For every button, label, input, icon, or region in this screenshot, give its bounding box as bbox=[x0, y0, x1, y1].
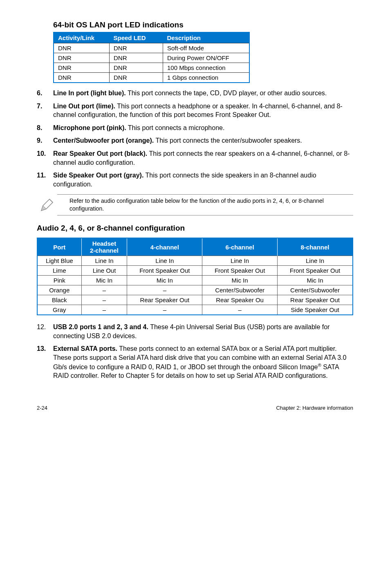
pencil-icon bbox=[37, 197, 57, 213]
table-cell: – bbox=[127, 305, 202, 315]
ports-list-b: 12.USB 2.0 ports 1 and 2, 3 and 4. These… bbox=[37, 323, 353, 380]
table-cell: DNR bbox=[54, 53, 110, 63]
audio-th-0: Port bbox=[37, 238, 81, 256]
led-th-2: Description bbox=[163, 32, 250, 43]
table-cell: 100 Mbps connection bbox=[163, 63, 250, 73]
list-item: 12.USB 2.0 ports 1 and 2, 3 and 4. These… bbox=[37, 323, 353, 340]
table-cell: Front Speaker Out bbox=[127, 266, 202, 276]
led-th-1: Speed LED bbox=[110, 32, 163, 43]
table-row: DNRDNR1 Gbps connection bbox=[54, 73, 249, 83]
table-cell: Pink bbox=[37, 276, 81, 285]
item-number: 8. bbox=[37, 123, 53, 132]
item-number: 9. bbox=[37, 136, 53, 145]
led-tbody: DNRDNRSoft-off ModeDNRDNRDuring Power ON… bbox=[54, 43, 249, 83]
audio-tbody: Light BlueLine InLine InLine InLine InLi… bbox=[37, 256, 353, 315]
footer-right: Chapter 2: Hardware information bbox=[276, 405, 353, 411]
table-cell: Rear Speaker Out bbox=[278, 295, 353, 305]
audio-th-3: 6-channel bbox=[202, 238, 278, 256]
table-cell: Mic In bbox=[127, 276, 202, 285]
table-cell: DNR bbox=[110, 43, 163, 53]
table-cell: Center/Subwoofer bbox=[278, 285, 353, 295]
list-item: 6.Line In port (light blue). This port c… bbox=[37, 89, 353, 98]
table-row: DNRDNR100 Mbps connection bbox=[54, 63, 249, 73]
audio-table-title: Audio 2, 4, 6, or 8-channel configuratio… bbox=[37, 224, 353, 233]
item-body: Side Speaker Out port (gray). This port … bbox=[53, 171, 353, 189]
item-body: Microphone port (pink). This port connec… bbox=[53, 123, 353, 132]
table-row: DNRDNRSoft-off Mode bbox=[54, 43, 249, 53]
audio-th-1: Headset2-channel bbox=[81, 238, 127, 256]
table-cell: – bbox=[202, 305, 278, 315]
table-cell: – bbox=[127, 285, 202, 295]
item-number: 13. bbox=[37, 344, 53, 380]
table-cell: Rear Speaker Out bbox=[127, 295, 202, 305]
table-cell: DNR bbox=[110, 63, 163, 73]
table-cell: Orange bbox=[37, 285, 81, 295]
item-number: 12. bbox=[37, 323, 53, 340]
table-row: PinkMic InMic InMic InMic In bbox=[37, 276, 353, 285]
table-row: Gray–––Side Speaker Out bbox=[37, 305, 353, 315]
table-cell: Soft-off Mode bbox=[163, 43, 250, 53]
table-cell: Line In bbox=[81, 256, 127, 266]
table-cell: Lime bbox=[37, 266, 81, 276]
item-body: Rear Speaker Out port (black). This port… bbox=[53, 149, 353, 167]
list-item: 11.Side Speaker Out port (gray). This po… bbox=[37, 171, 353, 189]
note-text: Refer to the audio configuration table b… bbox=[69, 197, 353, 213]
item-number: 7. bbox=[37, 102, 53, 119]
table-cell: Mic In bbox=[81, 276, 127, 285]
led-th-0: Activity/Link bbox=[54, 32, 110, 43]
table-cell: DNR bbox=[54, 63, 110, 73]
footer-left: 2-24 bbox=[37, 405, 47, 411]
item-body: Line In port (light blue). This port con… bbox=[53, 89, 353, 98]
table-row: Light BlueLine InLine InLine InLine In bbox=[37, 256, 353, 266]
table-cell: Gray bbox=[37, 305, 81, 315]
table-cell: DNR bbox=[54, 43, 110, 53]
list-item: 13.External SATA ports. These ports conn… bbox=[37, 344, 353, 380]
table-cell: During Power ON/OFF bbox=[163, 53, 250, 63]
ports-list-a: 6.Line In port (light blue). This port c… bbox=[37, 89, 353, 189]
item-body: USB 2.0 ports 1 and 2, 3 and 4. These 4-… bbox=[53, 323, 353, 340]
table-cell: Line In bbox=[127, 256, 202, 266]
list-item: 7.Line Out port (lime). This port connec… bbox=[37, 102, 353, 119]
table-cell: – bbox=[81, 295, 127, 305]
item-body: Center/Subwoofer port (orange). This por… bbox=[53, 136, 353, 145]
table-row: LimeLine OutFront Speaker OutFront Speak… bbox=[37, 266, 353, 276]
audio-th-2: 4-channel bbox=[127, 238, 202, 256]
table-cell: DNR bbox=[54, 73, 110, 83]
item-body: External SATA ports. These ports connect… bbox=[53, 344, 353, 380]
table-row: Orange––Center/SubwooferCenter/Subwoofer bbox=[37, 285, 353, 295]
table-cell: Rear Speaker Ou bbox=[202, 295, 278, 305]
table-cell: – bbox=[81, 285, 127, 295]
item-number: 6. bbox=[37, 89, 53, 98]
page-footer: 2-24 Chapter 2: Hardware information bbox=[37, 405, 353, 411]
table-cell: Front Speaker Out bbox=[202, 266, 278, 276]
table-row: DNRDNRDuring Power ON/OFF bbox=[54, 53, 249, 63]
list-item: 8.Microphone port (pink). This port conn… bbox=[37, 123, 353, 132]
table-cell: Line In bbox=[202, 256, 278, 266]
table-cell: DNR bbox=[110, 53, 163, 63]
table-cell: Side Speaker Out bbox=[278, 305, 353, 315]
table-cell: Mic In bbox=[202, 276, 278, 285]
audio-table: Port Headset2-channel 4-channel 6-channe… bbox=[37, 238, 353, 315]
note-row: Refer to the audio configuration table b… bbox=[37, 194, 353, 215]
table-row: Black–Rear Speaker OutRear Speaker OuRea… bbox=[37, 295, 353, 305]
table-cell: Line In bbox=[278, 256, 353, 266]
svg-line-0 bbox=[49, 199, 53, 202]
table-cell: – bbox=[81, 305, 127, 315]
table-cell: Center/Subwoofer bbox=[202, 285, 278, 295]
table-cell: Line Out bbox=[81, 266, 127, 276]
led-table-title: 64-bit OS LAN port LED indications bbox=[53, 20, 353, 29]
item-body: Line Out port (lime). This port connects… bbox=[53, 102, 353, 119]
item-number: 10. bbox=[37, 149, 53, 167]
table-cell: Light Blue bbox=[37, 256, 81, 266]
list-item: 10.Rear Speaker Out port (black). This p… bbox=[37, 149, 353, 167]
list-item: 9.Center/Subwoofer port (orange). This p… bbox=[37, 136, 353, 145]
table-cell: DNR bbox=[110, 73, 163, 83]
table-cell: Front Speaker Out bbox=[278, 266, 353, 276]
led-table: Activity/Link Speed LED Description DNRD… bbox=[53, 32, 250, 83]
table-cell: Black bbox=[37, 295, 81, 305]
audio-th-4: 8-channel bbox=[278, 238, 353, 256]
item-number: 11. bbox=[37, 171, 53, 189]
table-cell: Mic In bbox=[278, 276, 353, 285]
table-cell: 1 Gbps connection bbox=[163, 73, 250, 83]
